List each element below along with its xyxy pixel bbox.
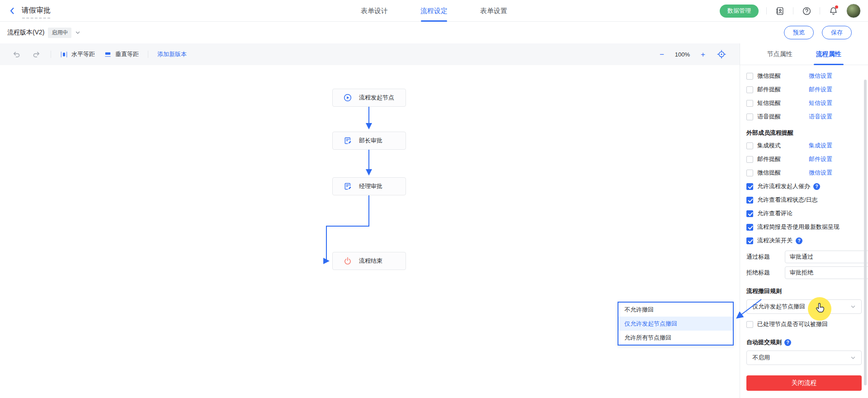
popup-option-all-nodes[interactable]: 允许所有节点撤回: [618, 331, 733, 345]
flow-node-end[interactable]: 流程结束: [332, 252, 406, 270]
chevron-down-icon[interactable]: [75, 30, 80, 35]
divider: [820, 7, 820, 14]
zoom-in-button[interactable]: +: [701, 51, 705, 58]
header-tabs: 表单设计 流程设定 表单设置: [361, 0, 507, 22]
checkbox-checked[interactable]: [746, 197, 753, 204]
power-icon: [344, 257, 352, 265]
horizontal-spacing-icon: [60, 51, 68, 58]
field-pass-title: 通过标题: [746, 251, 862, 263]
data-manage-button[interactable]: 数据管理: [720, 5, 759, 18]
toolbar-right: − 100% +: [660, 49, 740, 60]
help-icon[interactable]: ?: [784, 339, 791, 346]
checkbox-checked[interactable]: [746, 224, 753, 231]
wechat-settings-link[interactable]: 微信设置: [809, 169, 832, 177]
chevron-down-icon: [850, 304, 856, 309]
horizontal-spacing-button[interactable]: 水平等距: [60, 50, 95, 58]
tab-flow-setting[interactable]: 流程设定: [420, 0, 448, 22]
checkbox[interactable]: [746, 114, 753, 120]
row-decision-switch: 流程决策开关 ?: [746, 234, 862, 247]
locate-center-icon[interactable]: [716, 49, 727, 60]
horizontal-spacing-label: 水平等距: [71, 50, 95, 58]
checkbox[interactable]: [746, 170, 753, 176]
status-badge: 启用中: [48, 28, 71, 38]
row-label: 语音提醒: [757, 113, 809, 121]
notification-badge: [835, 5, 838, 9]
reject-title-input[interactable]: [785, 266, 868, 279]
auto-submit-select[interactable]: 不启用: [746, 351, 862, 365]
popup-option-start-node-only[interactable]: 仅允许发起节点撤回: [618, 317, 733, 331]
tab-form-design[interactable]: 表单设计: [361, 0, 388, 22]
header-actions: 数据管理: [720, 0, 861, 22]
tab-form-setting[interactable]: 表单设置: [480, 0, 507, 22]
header-left: 请假审批: [8, 0, 51, 22]
version-label: 流程版本(V2): [7, 28, 44, 37]
add-version-link[interactable]: 添加新版本: [157, 50, 187, 58]
pass-title-input[interactable]: [785, 251, 868, 263]
section-external-members: 外部成员流程提醒: [746, 127, 862, 139]
section-auto-submit: 自动提交规则 ?: [746, 336, 862, 348]
notification-bell-icon[interactable]: [828, 5, 839, 16]
email-settings-link[interactable]: 邮件设置: [809, 85, 832, 94]
checkbox[interactable]: [746, 73, 753, 80]
revoke-rule-select[interactable]: 仅允许发起节点撤回: [746, 299, 862, 314]
help-icon[interactable]: ?: [796, 237, 802, 244]
row-label: 流程决策开关: [757, 237, 793, 245]
checkbox[interactable]: [746, 156, 753, 163]
preview-button[interactable]: 预览: [784, 26, 814, 39]
flow-canvas[interactable]: 流程发起节点 部长审批 经理审批 流程结束 不允许撤回 仅允许发起节点撤回 允许…: [0, 65, 740, 398]
flow-node-minister-approve[interactable]: 部长审批: [332, 132, 406, 150]
email-settings-link[interactable]: 邮件设置: [809, 155, 832, 163]
panel-scrollbar[interactable]: [864, 80, 867, 385]
page-title: 请假审批: [22, 6, 51, 16]
row-label: 微信提醒: [757, 169, 809, 177]
zoom-level: 100%: [675, 51, 690, 58]
checkbox[interactable]: [746, 100, 753, 107]
address-book-icon[interactable]: [774, 5, 785, 16]
integration-settings-link[interactable]: 集成设置: [809, 142, 832, 150]
section-revoke-rule: 流程撤回规则: [746, 285, 862, 297]
play-circle-icon: [344, 94, 352, 102]
row-label: 允许查看评论: [757, 209, 793, 218]
back-button[interactable]: [8, 7, 16, 15]
document-edit-icon: [344, 182, 352, 190]
row-ext-wechat-notify: 微信提醒 微信设置: [746, 166, 862, 180]
checkbox[interactable]: [746, 142, 753, 149]
checkbox[interactable]: [746, 321, 753, 328]
version-info: 流程版本(V2) 启用中: [7, 22, 80, 43]
help-icon[interactable]: [801, 5, 812, 16]
checkbox-checked[interactable]: [746, 210, 753, 217]
row-allow-view-comments: 允许查看评论: [746, 207, 862, 220]
revoke-options-popup: 不允许撤回 仅允许发起节点撤回 允许所有节点撤回: [618, 302, 734, 346]
canvas-toolbar: 水平等距 垂直等距 添加新版本 − 100% +: [0, 43, 740, 65]
sms-settings-link[interactable]: 短信设置: [809, 99, 832, 107]
flow-node-start[interactable]: 流程发起节点: [332, 89, 406, 107]
save-button[interactable]: 保存: [822, 26, 852, 39]
version-bar: 流程版本(V2) 启用中 预览 保存: [0, 22, 868, 43]
row-label: 允许流程发起人催办: [757, 182, 810, 190]
voice-settings-link[interactable]: 语音设置: [809, 113, 832, 121]
zoom-out-button[interactable]: −: [660, 51, 664, 58]
redo-icon[interactable]: [31, 49, 42, 60]
wechat-settings-link[interactable]: 微信设置: [809, 72, 832, 80]
field-reject-title: 拒绝标题: [746, 266, 862, 279]
flow-node-manager-approve[interactable]: 经理审批: [332, 177, 406, 195]
tab-flow-properties[interactable]: 流程属性: [816, 43, 841, 65]
panel-body: 微信提醒 微信设置 邮件提醒 邮件设置 短信提醒 短信设置 语音提醒 语音设置 …: [740, 65, 868, 391]
tab-node-properties[interactable]: 节点属性: [767, 43, 793, 65]
vertical-spacing-button[interactable]: 垂直等距: [104, 50, 139, 58]
checkbox[interactable]: [746, 86, 753, 93]
avatar[interactable]: [846, 4, 861, 18]
row-label: 集成模式: [757, 142, 809, 150]
help-icon[interactable]: ?: [813, 183, 820, 190]
row-integration-mode: 集成模式 集成设置: [746, 139, 862, 152]
row-ext-email-notify: 邮件提醒 邮件设置: [746, 152, 862, 166]
checkbox-checked[interactable]: [746, 237, 753, 244]
row-label: 邮件提醒: [757, 155, 809, 163]
node-label: 部长审批: [359, 137, 382, 145]
close-flow-button[interactable]: 关闭流程: [746, 375, 862, 391]
checkbox-checked[interactable]: [746, 183, 753, 190]
popup-option-no-revoke[interactable]: 不允许撤回: [618, 303, 733, 317]
divider: [51, 51, 51, 58]
section-label: 自动提交规则: [746, 338, 782, 346]
undo-icon[interactable]: [11, 49, 22, 60]
